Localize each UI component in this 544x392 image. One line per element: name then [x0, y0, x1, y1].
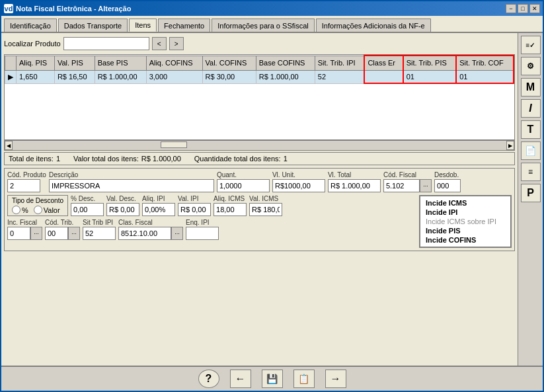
clas-fiscal-dots-btn[interactable]: ··· — [171, 227, 183, 240]
cod-fiscal-dots-btn[interactable]: ··· — [420, 179, 432, 192]
sit-trib-ipi-input[interactable] — [83, 227, 116, 240]
window-title: Nota Fiscal Eletrônica - Alteração — [16, 5, 131, 13]
search-label: Localizar Produto — [4, 40, 61, 48]
cell-aliq-pis: 1,650 — [17, 70, 55, 83]
detail-row-3: Inc. Fiscal ··· Cód. Trib. ·· — [7, 219, 416, 240]
toolbar-t-btn[interactable]: T — [521, 120, 541, 139]
valor-total: Valor total dos itens: R$ 1.000,00 — [73, 155, 181, 163]
tab-informacoes-ssfiscal[interactable]: Informações para o SSfiscal — [212, 19, 315, 32]
tipo-desconto-title: Tipo de Desconto — [12, 197, 63, 204]
toolbar-m-btn[interactable]: M — [521, 78, 541, 97]
cod-trib-input[interactable] — [45, 227, 68, 240]
maximize-button[interactable]: □ — [518, 4, 528, 13]
total-itens-label: Total de itens: — [9, 155, 54, 163]
cell-base-cofins: R$ 1.000,00 — [256, 70, 315, 83]
cod-fiscal-group: Cód. Fiscal ··· — [383, 171, 432, 192]
toolbar-gear-btn[interactable]: ⚙ — [521, 57, 541, 75]
inc-fiscal-wrapper: ··· — [7, 227, 42, 240]
cod-trib-dots-btn[interactable]: ··· — [68, 227, 80, 240]
toolbar-p-btn[interactable]: P — [521, 184, 541, 202]
col-sit-trib-cofins[interactable]: Sit. Trib. COF — [456, 56, 514, 70]
next-button[interactable]: > — [169, 37, 184, 50]
radio-percent[interactable]: % — [12, 206, 28, 214]
radio-valor-input[interactable] — [34, 206, 42, 214]
cod-produto-input[interactable] — [7, 179, 40, 192]
title-bar-left: vd Nota Fiscal Eletrônica - Alteração — [4, 4, 131, 13]
sit-trib-ipi-label: Sit Trib IPI — [83, 219, 116, 226]
tab-informacoes-adicionais[interactable]: Informações Adicionais da NF-e — [316, 19, 431, 32]
aliq-ipi-input[interactable] — [142, 203, 175, 216]
h-scrollbar[interactable]: ◀ ▶ — [4, 140, 515, 151]
window-icon: vd — [4, 4, 13, 13]
col-aliq-pis[interactable]: Aliq. PIS — [17, 56, 55, 70]
col-val-pis[interactable]: Val. PIS — [54, 56, 95, 70]
save-button[interactable]: 💾 — [262, 370, 283, 388]
close-button[interactable]: ✕ — [529, 4, 540, 13]
cell-base-pis: R$ 1.000,00 — [95, 70, 146, 83]
val-ipi-group: Val. IPI — [178, 195, 211, 216]
descricao-input[interactable] — [49, 179, 214, 192]
main-window: vd Nota Fiscal Eletrônica - Alteração − … — [0, 0, 544, 392]
cod-fiscal-input[interactable] — [383, 179, 420, 192]
percent-desc-input[interactable] — [71, 203, 104, 216]
inc-fiscal-dots-btn[interactable]: ··· — [30, 227, 42, 240]
col-aliq-cofins[interactable]: Aliq. COFINS — [146, 56, 202, 70]
col-base-cofins[interactable]: Base COFINS — [256, 56, 315, 70]
enq-ipi-input[interactable] — [186, 227, 219, 240]
toolbar-lines-btn[interactable]: ≡ — [521, 163, 541, 181]
total-itens-value: 1 — [56, 155, 60, 163]
back-button[interactable]: ← — [230, 370, 251, 388]
toolbar-i-btn[interactable]: I — [521, 99, 541, 118]
desdob-label: Desdob. — [434, 171, 461, 178]
search-input[interactable] — [63, 37, 149, 50]
clas-fiscal-group: Clas. Fiscal ··· — [118, 219, 183, 240]
radio-valor[interactable]: Valor — [34, 206, 60, 214]
table-row[interactable]: ▶ 1,650 R$ 16,50 R$ 1.000,00 3,000 R$ 30… — [5, 70, 514, 83]
tab-itens[interactable]: Itens — [129, 19, 157, 32]
cell-aliq-cofins: 3,000 — [146, 70, 202, 83]
val-ipi-input[interactable] — [178, 203, 211, 216]
radio-valor-label: Valor — [44, 206, 60, 214]
col-sit-trib-ipi[interactable]: Sit. Trib. IPI — [315, 56, 364, 70]
prev-button[interactable]: < — [152, 37, 167, 50]
desdob-group: Desdob. — [434, 171, 461, 192]
export-button[interactable]: 📋 — [293, 370, 315, 388]
minimize-button[interactable]: − — [506, 4, 516, 13]
cod-trib-label: Cód. Trib. — [45, 219, 80, 226]
col-class-enq[interactable]: Class Er — [364, 56, 403, 70]
scroll-right-btn[interactable]: ▶ — [506, 141, 514, 150]
right-toolbar: ≡✓ ⚙ M I T 📄 ≡ P — [518, 33, 543, 366]
cell-sit-trib-cofins: 01 — [456, 70, 514, 83]
toolbar-doc-btn[interactable]: 📄 — [521, 141, 541, 160]
col-base-pis[interactable]: Base PIS — [95, 56, 146, 70]
detail-section: Cód. Produto Descrição Quant. Vl. Unit. — [4, 168, 515, 251]
help-button[interactable]: ? — [198, 370, 219, 388]
enq-ipi-group: Enq. IPI — [186, 219, 219, 240]
vl-total-input[interactable] — [328, 179, 381, 192]
tab-identificacao[interactable]: Identificação — [4, 19, 57, 32]
val-ipi-label: Val. IPI — [178, 195, 211, 202]
radio-percent-input[interactable] — [12, 206, 20, 214]
table-header-row: Aliq. PIS Val. PIS Base PIS Aliq. COFINS… — [5, 56, 514, 70]
tab-dados-transporte[interactable]: Dados Transporte — [58, 19, 128, 32]
clas-fiscal-input[interactable] — [118, 227, 171, 240]
vl-unit-input[interactable] — [272, 179, 325, 192]
scroll-track — [13, 141, 506, 149]
toolbar-checkmark-btn[interactable]: ≡✓ — [521, 36, 541, 54]
desdob-input[interactable] — [434, 179, 461, 192]
info-incide-ipi: Incide IPI — [426, 208, 505, 216]
next-button[interactable]: → — [325, 370, 346, 388]
scroll-left-btn[interactable]: ◀ — [5, 141, 13, 150]
val-desc-group: Val. Desc. — [106, 195, 139, 216]
val-icms-input[interactable] — [249, 203, 282, 216]
tab-fechamento[interactable]: Fechamento — [158, 19, 210, 32]
col-val-cofins[interactable]: Val. COFINS — [202, 56, 256, 70]
inc-fiscal-input[interactable] — [7, 227, 30, 240]
quant-input[interactable] — [217, 179, 270, 192]
percent-desc-label: % Desc. — [71, 195, 104, 202]
inc-fiscal-group: Inc. Fiscal ··· — [7, 219, 42, 240]
col-sit-trib-pis[interactable]: Sit. Trib. PIS — [403, 56, 457, 70]
aliq-icms-input[interactable] — [214, 203, 247, 216]
val-desc-input[interactable] — [106, 203, 139, 216]
scroll-thumb[interactable] — [161, 141, 187, 148]
